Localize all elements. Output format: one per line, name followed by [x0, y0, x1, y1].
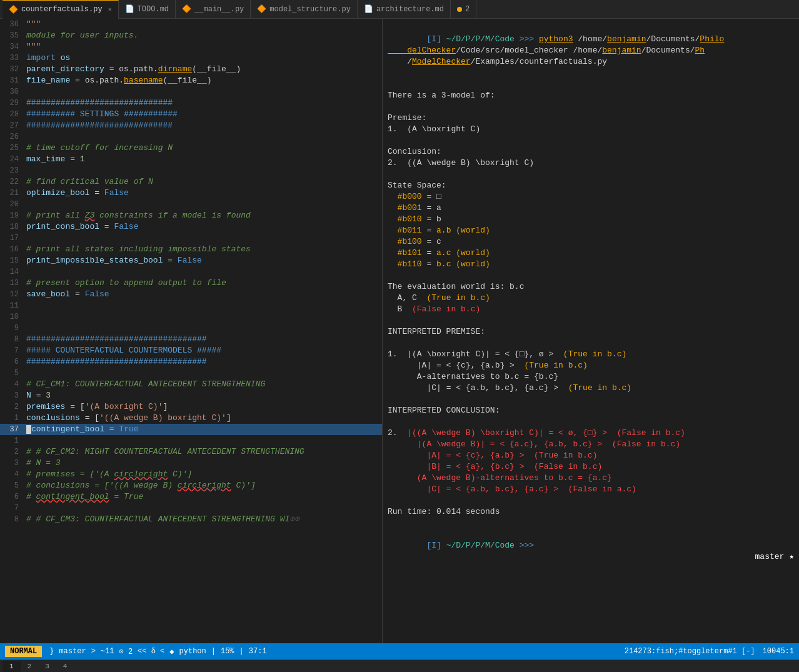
code-line: 12 save_bool = False: [0, 289, 382, 300]
term-line: #b001 = a: [388, 203, 794, 214]
tab-model-structure[interactable]: 🔶 model_structure.py: [251, 0, 358, 19]
code-line: 4 # premises = ['(A circleright C)']: [0, 469, 382, 480]
code-line: 9: [0, 323, 382, 334]
term-line: [388, 101, 794, 113]
code-line: 26: [0, 131, 382, 143]
main-area: 36 """ 35 module for user inputs. 34 """…: [0, 19, 799, 643]
terminal-position: 10045:1: [763, 647, 794, 656]
term-line: #b011 = a.b (world): [388, 225, 794, 236]
status-circle: ⊙ 2: [119, 647, 133, 656]
term-line: [388, 135, 794, 146]
status-right: 214273:fish;#toggleterm#1 [-] 10045:1: [625, 647, 794, 656]
tab-counterfactuals[interactable]: 🔶 counterfactuals.py ✕: [3, 0, 119, 19]
term-line: 1. |(A \boxright C)| = < {□}, ø > (True …: [388, 349, 794, 360]
term-line: [388, 270, 794, 281]
code-line: 13 # present option to append output to …: [0, 278, 382, 289]
bottom-tab-1[interactable]: 1: [3, 661, 21, 672]
code-line: 32 parent_directory = os.path.dirname(__…: [0, 64, 382, 75]
tab-label: architecture.md: [376, 5, 444, 14]
code-line: 5: [0, 368, 382, 379]
tab-label: __main__.py: [194, 5, 244, 14]
code-line: 35 module for user inputs.: [0, 30, 382, 41]
code-line: 3 N = 3: [0, 390, 382, 401]
term-line: [388, 169, 794, 180]
code-line: 5 # conclusions = ['((A wedge B) circler…: [0, 480, 382, 491]
tab-todo[interactable]: 📄 TODO.md: [119, 0, 176, 19]
code-line: 33 import os: [0, 53, 382, 64]
code-line: 28 ########## SETTINGS ###########: [0, 109, 382, 120]
term-line: A, C (True in b.c): [388, 293, 794, 304]
term-line: #b010 = b: [388, 214, 794, 225]
term-line: [388, 518, 794, 529]
term-line: 1. (A \boxright C): [388, 124, 794, 135]
tab-architecture[interactable]: 📄 architecture.md: [358, 0, 451, 19]
code-line: 20: [0, 199, 382, 210]
tab-bar: 🔶 counterfactuals.py ✕ 📄 TODO.md 🔶 __mai…: [0, 0, 799, 19]
tab-icon: 🔶: [9, 5, 18, 14]
code-line: 6 # contingent_bool = True: [0, 491, 382, 503]
bottom-tabs: 1 2 3 4: [0, 659, 799, 672]
code-line: 21 optimize_bool = False: [0, 188, 382, 199]
tab-icon: 📄: [125, 4, 134, 14]
term-line: [388, 315, 794, 326]
tab-close[interactable]: ✕: [108, 6, 112, 13]
status-sep2: |: [239, 647, 244, 656]
term-line: [388, 79, 794, 90]
term-line: [388, 338, 794, 349]
code-line: 15 print_impossible_states_bool = False: [0, 255, 382, 266]
code-line: 11: [0, 300, 382, 311]
status-filetype: python: [179, 647, 206, 656]
term-line: (A \wedge B)-alternatives to b.c = {a.c}: [388, 473, 794, 484]
tab-label: 2: [465, 5, 470, 14]
status-bar: NORMAL } master > ~11 ⊙ 2 << δ < ◆ pytho…: [0, 643, 799, 659]
status-sep: |: [211, 647, 216, 656]
term-line: A-alternatives to b.c = {b.c}: [388, 371, 794, 383]
code-line: 1: [0, 435, 382, 446]
status-angle: << δ <: [138, 647, 164, 656]
code-lines: 36 """ 35 module for user inputs. 34 """…: [0, 19, 382, 525]
status-left: NORMAL } master > ~11 ⊙ 2 << δ < ◆ pytho…: [5, 646, 267, 657]
status-mode: NORMAL: [5, 646, 42, 657]
status-diamond: ◆: [169, 647, 174, 656]
term-line: |A| = < {c}, {a.b} > (True in b.c): [388, 450, 794, 461]
term-line: INTERPRETED CONCLUSION:: [388, 405, 794, 416]
code-line: 22 # find critical value of N: [0, 176, 382, 188]
code-line: 14: [0, 266, 382, 278]
code-area[interactable]: 36 """ 35 module for user inputs. 34 """…: [0, 19, 382, 643]
code-line: 18 print_cons_bool = False: [0, 221, 382, 233]
term-line: |(A \wedge B)| = < {a.c}, {a.b, b.c} > (…: [388, 439, 794, 450]
term-line: |A| = < {c}, {a.b} > (True in b.c): [388, 360, 794, 371]
term-line: There is a 3-model of:: [388, 90, 794, 101]
terminal-content[interactable]: [I] ~/D/P/P/M/Code >>> python3 /home/ben…: [383, 19, 799, 643]
tab-label: counterfactuals.py: [21, 5, 103, 14]
term-line: [I] ~/D/P/P/M/Code >>> python3 /home/ben…: [388, 23, 794, 79]
term-line: #b100 = c: [388, 236, 794, 248]
status-brace: }: [49, 647, 54, 656]
tab-main[interactable]: 🔶 __main__.py: [176, 0, 251, 19]
bottom-tab-2[interactable]: 2: [21, 661, 39, 672]
code-line: 16 # print all states including impossib…: [0, 244, 382, 255]
tab-icon: 📄: [364, 4, 373, 14]
code-line: 17: [0, 233, 382, 244]
term-line: |C| = < {a.b, b.c}, {a.c} > (True in b.c…: [388, 383, 794, 394]
term-line: B (False in b.c): [388, 304, 794, 315]
bottom-tab-4[interactable]: 4: [56, 661, 74, 672]
term-line: Conclusion:: [388, 146, 794, 158]
bottom-tab-3[interactable]: 3: [38, 661, 56, 672]
term-line: [388, 495, 794, 506]
status-tilde: >: [91, 647, 96, 656]
code-line: 23: [0, 165, 382, 176]
dot-icon: [457, 7, 462, 12]
term-line: Premise:: [388, 113, 794, 124]
term-line: |B| = < {a}, {b.c} > (False in b.c): [388, 461, 794, 473]
term-line: 2. |((A \wedge B) \boxright C)| = < ø, {…: [388, 428, 794, 439]
code-line: 36 """: [0, 19, 382, 30]
tab-icon: 🔶: [182, 4, 191, 14]
term-line: State Space:: [388, 180, 794, 191]
tab-icon: 🔶: [257, 4, 266, 14]
tab-2[interactable]: 2: [451, 0, 476, 19]
editor-pane: 36 """ 35 module for user inputs. 34 """…: [0, 19, 383, 643]
code-line: 30: [0, 86, 382, 98]
code-line: 24 max_time = 1: [0, 154, 382, 165]
code-line: 31 file_name = os.path.basename(__file__…: [0, 75, 382, 86]
